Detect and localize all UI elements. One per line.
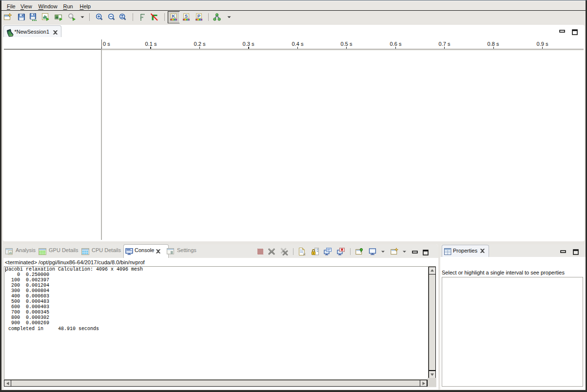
svg-text:P: P	[197, 13, 201, 19]
svg-text:S: S	[185, 13, 188, 19]
svg-text:K: K	[172, 13, 176, 19]
